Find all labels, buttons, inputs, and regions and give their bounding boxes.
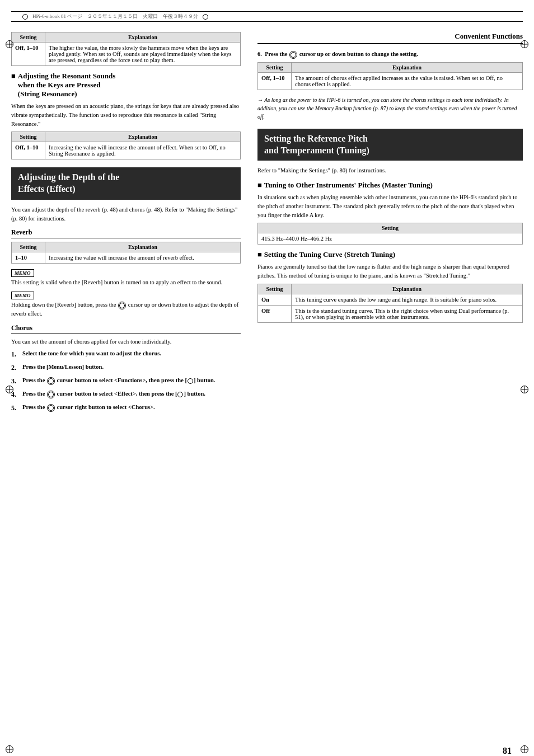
step-text: Press the cursor button to select <Funct… — [22, 376, 215, 385]
cursor-icon-step6 — [289, 51, 297, 59]
stretch-tuning-title: Setting the Tuning Curve (Stretch Tuning… — [264, 250, 395, 259]
memo-text-1: This setting is valid when the [Reverb] … — [11, 278, 241, 287]
btn-ref-step3 — [188, 378, 193, 384]
step6-text: 6. Press the cursor up or down button to… — [257, 50, 523, 59]
col-setting: Setting — [12, 32, 45, 43]
top-settings-table: Setting Explanation Off, 1–10 The higher… — [11, 32, 241, 66]
master-tuning-heading: Tuning to Other Instruments' Pitches (Ma… — [257, 181, 523, 190]
master-tuning-body: In situations such as when playing ensem… — [257, 193, 523, 219]
reg-mark-mid-left — [6, 386, 13, 393]
step-text: Press the cursor button to select <Effec… — [22, 389, 205, 398]
col-setting: Setting — [12, 242, 45, 252]
page-number: 81 — [503, 746, 512, 756]
setting-value: Off, 1–10 — [12, 43, 45, 66]
table-row: 415.3 Hz–440.0 Hz–466.2 Hz — [258, 233, 523, 245]
explanation-value: Increasing the value will increase the a… — [45, 142, 241, 159]
reverb-table: Setting Explanation 1–10 Increasing the … — [11, 242, 241, 264]
string-resonance-body: When the keys are pressed on an acoustic… — [11, 102, 241, 128]
btn-ref-step4 — [177, 392, 183, 397]
chorus-steps: 1. Select the tone for which you want to… — [11, 349, 241, 413]
stretch-tuning-table: Setting Explanation On This tuning curve… — [257, 284, 523, 323]
table-row: Off, 1–10 Increasing the value will incr… — [12, 142, 241, 159]
explanation-off: This is the standard tuning curve. This … — [292, 305, 523, 322]
explanation-value: The amount of chorus effect applied incr… — [292, 72, 523, 90]
list-item: 4. Press the cursor button to select <Ef… — [11, 389, 241, 400]
memo-box-1: MEMO This setting is valid when the [Rev… — [11, 269, 241, 287]
col-explanation: Explanation — [292, 284, 523, 294]
chorus-heading: Chorus — [11, 324, 241, 334]
setting-value: 415.3 Hz–440.0 Hz–466.2 Hz — [258, 233, 523, 245]
step-number: 2. — [11, 363, 20, 373]
col-explanation: Explanation — [45, 32, 241, 43]
list-item: 3. Press the cursor button to select <Fu… — [11, 376, 241, 386]
step-text: Select the tone for which you want to ad… — [22, 349, 161, 358]
cursor-icon-step3 — [47, 377, 55, 385]
chorus-settings-table: Setting Explanation Off, 1–10 The amount… — [257, 62, 523, 90]
cursor-icon-step5 — [47, 404, 55, 412]
col-explanation: Explanation — [292, 62, 523, 72]
col-setting: Setting — [258, 223, 523, 233]
tuning-intro: Refer to "Making the Settings" (p. 80) f… — [257, 166, 523, 175]
table-row: Off, 1–10 The higher the value, the more… — [12, 43, 241, 66]
reg-mark-bottom-left — [6, 745, 13, 753]
step-number: 1. — [11, 349, 20, 359]
list-item: 2. Press the [Menu/Lesson] button. — [11, 363, 241, 373]
header-text: HPi-6-e.book 81 ページ ２０５年１１月１５日 火曜日 午後３時４… — [32, 13, 198, 20]
explanation-on: This tuning curve expands the low range … — [292, 294, 523, 305]
page-title: Convenient Functions — [257, 32, 523, 44]
setting-value: 1–10 — [12, 252, 45, 264]
stretch-tuning-heading: Setting the Tuning Curve (Stretch Tuning… — [257, 250, 523, 259]
table-row: Off This is the standard tuning curve. T… — [258, 305, 523, 322]
col-explanation: Explanation — [45, 242, 241, 252]
page: HPi-6-e.book 81 ページ ２０５年１１月１５日 火曜日 午後３時４… — [0, 11, 534, 756]
header-circle-right — [203, 14, 208, 20]
table-row: Off, 1–10 The amount of chorus effect ap… — [258, 72, 523, 90]
right-column: Convenient Functions 6. Press the cursor… — [252, 32, 523, 417]
setting-value: Off, 1–10 — [12, 142, 45, 159]
col-setting: Setting — [12, 132, 45, 142]
step-number: 3. — [11, 376, 20, 386]
stretch-tuning-body: Pianos are generally tuned so that the l… — [257, 262, 523, 280]
memo-text-2: Holding down the [Reverb] button, press … — [11, 300, 241, 318]
memo-label-2: MEMO — [11, 292, 241, 299]
table-row: On This tuning curve expands the low ran… — [258, 294, 523, 305]
main-content: Setting Explanation Off, 1–10 The higher… — [0, 26, 534, 429]
memo-box-2: MEMO Holding down the [Reverb] button, p… — [11, 292, 241, 318]
list-item: 5. Press the cursor right button to sele… — [11, 403, 241, 413]
tuning-section-header: Setting the Reference Pitchand Temperame… — [257, 129, 523, 161]
col-explanation: Explanation — [45, 132, 241, 142]
header-circle-left — [22, 14, 28, 20]
list-item: 1. Select the tone for which you want to… — [11, 349, 241, 359]
explanation-value: The higher the value, the more slowly th… — [45, 43, 241, 66]
string-resonance-title: Adjusting the Resonant Soundswhen the Ke… — [18, 72, 115, 98]
explanation-value: Increasing the value will increase the a… — [45, 252, 241, 264]
master-tuning-title: Tuning to Other Instruments' Pitches (Ma… — [264, 181, 433, 190]
cursor-icon-inline — [118, 302, 126, 309]
reg-mark-top-left — [6, 40, 13, 48]
memo-icon-2: MEMO — [11, 292, 34, 299]
string-resonance-heading: Adjusting the Resonant Soundswhen the Ke… — [11, 72, 241, 98]
setting-on: On — [258, 294, 292, 305]
reg-mark-mid-right — [521, 386, 528, 393]
col-setting: Setting — [258, 284, 292, 294]
setting-off: Off — [258, 305, 292, 322]
step-text: Press the cursor right button to select … — [22, 403, 155, 412]
arrow-note: As long as the power to the HPi-6 is tur… — [257, 96, 523, 121]
reverb-heading: Reverb — [11, 228, 241, 238]
step-text: Press the [Menu/Lesson] button. — [22, 363, 104, 372]
table-row: 1–10 Increasing the value will increase … — [12, 252, 241, 264]
memo-label-1: MEMO — [11, 269, 241, 277]
left-column: Setting Explanation Off, 1–10 The higher… — [11, 32, 252, 417]
setting-value: Off, 1–10 — [258, 72, 292, 90]
effects-section-header: Adjusting the Depth of theEffects (Effec… — [11, 167, 241, 200]
reg-mark-bottom-right — [521, 745, 528, 753]
step-number: 5. — [11, 403, 20, 413]
header-bar: HPi-6-e.book 81 ページ ２０５年１１月１５日 火曜日 午後３時４… — [11, 11, 523, 22]
string-resonance-table: Setting Explanation Off, 1–10 Increasing… — [11, 132, 241, 159]
col-setting: Setting — [258, 62, 292, 72]
chorus-intro: You can set the amount of chorus applied… — [11, 337, 241, 346]
reg-mark-top-right — [521, 40, 528, 48]
memo-icon-1: MEMO — [11, 269, 34, 277]
master-tuning-table: Setting 415.3 Hz–440.0 Hz–466.2 Hz — [257, 223, 523, 245]
effects-intro: You can adjust the depth of the reverb (… — [11, 205, 241, 223]
